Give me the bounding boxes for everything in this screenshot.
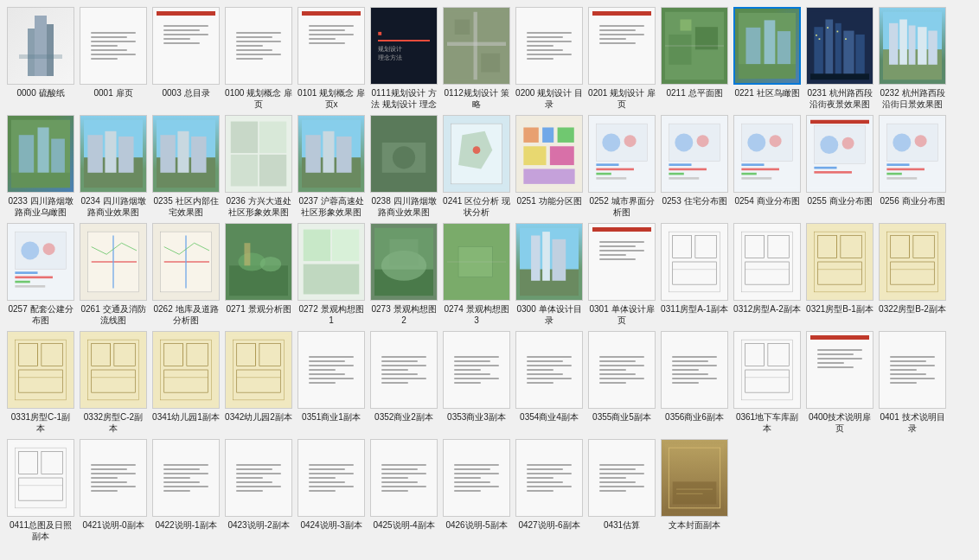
- list-item[interactable]: 0201 规划设计 扉页: [588, 7, 656, 110]
- svg-rect-37: [928, 31, 937, 65]
- list-item[interactable]: 0425说明-4副本: [370, 439, 438, 542]
- svg-rect-52: [191, 137, 206, 173]
- list-item[interactable]: 0300 单体设计目录: [515, 223, 583, 326]
- list-item[interactable]: 0261 交通及消防流线图: [80, 223, 147, 326]
- list-item[interactable]: 0426说明-5副本: [443, 439, 510, 542]
- list-item[interactable]: 0351商业1副本: [298, 331, 365, 434]
- list-item[interactable]: 0254 商业分布图: [733, 115, 801, 218]
- list-item[interactable]: 0274 景观构想图3: [443, 223, 510, 326]
- list-item[interactable]: 0400技术说明扉页: [806, 331, 873, 434]
- list-item[interactable]: 0236 方兴大道处社区形象效果图: [225, 115, 292, 218]
- svg-rect-55: [259, 122, 286, 154]
- list-item[interactable]: 0255 商业分布图: [806, 115, 873, 218]
- list-item[interactable]: 0352商业2副本: [370, 331, 438, 434]
- list-item[interactable]: 0421说明-0副本: [80, 439, 147, 542]
- list-item[interactable]: 0233 四川路烟墩路商业乌瞰图: [7, 115, 74, 218]
- list-item[interactable]: 0361地下车库副本: [733, 331, 801, 434]
- list-item[interactable]: 0100 规划概念 扉页: [225, 7, 292, 110]
- list-item[interactable]: 0234 四川路烟墩路商业效果图: [80, 115, 147, 218]
- list-item[interactable]: 0231 杭州路西段沿街夜景效果图: [806, 7, 873, 110]
- list-item[interactable]: 0322房型B-2副本: [879, 223, 946, 326]
- list-item[interactable]: 0101 规划概念 扉页x: [298, 7, 365, 110]
- svg-rect-73: [558, 127, 574, 142]
- svg-rect-151: [542, 232, 550, 281]
- list-item[interactable]: 0427说明-6副本: [515, 439, 583, 542]
- item-label: 0111规划设计 方法 规划设计 理念: [370, 87, 438, 110]
- svg-rect-107: [814, 171, 852, 174]
- list-item[interactable]: 0422说明-1副本: [152, 439, 220, 542]
- list-item[interactable]: 0257 配套公建分布图: [7, 223, 74, 326]
- item-label: 0332房型C-2副本: [80, 411, 147, 434]
- svg-rect-39: [19, 135, 34, 173]
- list-item[interactable]: 0331房型C-1副本: [7, 331, 74, 434]
- item-label: 0322房型B-2副本: [879, 303, 946, 315]
- list-item[interactable]: 0112规划设计 策略: [443, 7, 510, 110]
- item-label: 0311房型A-1副本: [661, 303, 728, 315]
- item-label: 0112规划设计 策略: [443, 87, 510, 110]
- list-item[interactable]: 0311房型A-1副本: [661, 223, 728, 326]
- list-item[interactable]: 0232 杭州路西段沿街日景效果图: [879, 7, 946, 110]
- list-item[interactable]: 0431估算: [588, 439, 656, 542]
- svg-rect-34: [899, 19, 907, 64]
- item-label: 0274 景观构想图3: [443, 303, 510, 326]
- item-label: 0003 总目录: [152, 87, 220, 99]
- list-item[interactable]: 文本封面副本: [661, 439, 728, 542]
- list-item[interactable]: 0356商业6副本: [661, 331, 728, 434]
- svg-rect-133: [229, 265, 288, 296]
- list-item[interactable]: 0237 沪蓉高速处社区形象效果图: [298, 115, 365, 218]
- svg-rect-8: [481, 54, 500, 73]
- list-item[interactable]: 0221 社区鸟瞰图: [733, 7, 801, 110]
- list-item[interactable]: 0353商业3副本: [443, 331, 510, 434]
- svg-rect-27: [819, 38, 821, 40]
- list-item[interactable]: 0235 社区内部住宅效果图: [152, 115, 220, 218]
- item-label: 0231 杭州路西段沿街夜景效果图: [806, 87, 873, 110]
- list-item[interactable]: 0200 规划设计 目录: [515, 7, 583, 110]
- list-item[interactable]: 0301 单体设计扉页: [588, 223, 656, 326]
- item-label: 0356商业6副本: [661, 411, 728, 423]
- svg-rect-26: [816, 35, 817, 36]
- svg-rect-225: [673, 481, 717, 504]
- item-label: 0300 单体设计目录: [515, 303, 583, 326]
- list-item[interactable]: 0321房型B-1副本: [806, 223, 873, 326]
- list-item[interactable]: 0355商业5副本: [588, 331, 656, 434]
- list-item[interactable]: 0341幼儿园1副本: [152, 331, 220, 434]
- item-label: 0273 景观构想图2: [370, 303, 438, 326]
- list-item[interactable]: 0001 扉页: [80, 7, 147, 110]
- item-label: 0272 景观构想图1: [298, 303, 365, 326]
- item-label: 0200 规划设计 目录: [515, 87, 583, 110]
- list-item[interactable]: 0000 硫酸纸: [7, 7, 74, 110]
- item-label: 0422说明-1副本: [152, 519, 220, 531]
- list-item[interactable]: 0332房型C-2副本: [80, 331, 147, 434]
- list-item[interactable]: 0256 商业分布图: [879, 115, 946, 218]
- svg-rect-41: [51, 139, 65, 173]
- list-item[interactable]: 0253 住宅分布图: [661, 115, 728, 218]
- list-item[interactable]: 0342幼儿园2副本: [225, 331, 292, 434]
- list-item[interactable]: 0312房型A-2副本: [733, 223, 801, 326]
- list-item[interactable]: 0211 总平面图: [661, 7, 728, 110]
- list-item[interactable]: 0241 区位分析 现状分析: [443, 115, 510, 218]
- list-item[interactable]: 0271 景观分析图: [225, 223, 292, 326]
- list-item[interactable]: ■ 规划设计 理念方法 0111规划设计 方法 规划设计 理念: [370, 7, 438, 110]
- svg-rect-122: [15, 281, 29, 283]
- svg-rect-30: [845, 38, 847, 40]
- item-label: 0001 扉页: [80, 87, 147, 99]
- svg-rect-24: [855, 35, 864, 76]
- list-item[interactable]: 0272 景观构想图1: [298, 223, 365, 326]
- list-item[interactable]: 0238 四川路烟墩路商业效果图: [370, 115, 438, 218]
- list-item[interactable]: 0251 功能分区图: [515, 115, 583, 218]
- list-item[interactable]: 0252 城市界面分析图: [588, 115, 656, 218]
- item-label: 0255 商业分布图: [806, 195, 873, 207]
- svg-point-87: [675, 133, 693, 151]
- list-item[interactable]: 0354商业4副本: [515, 331, 583, 434]
- list-item[interactable]: 0003 总目录: [152, 7, 220, 110]
- svg-rect-56: [231, 155, 258, 187]
- svg-rect-1: [28, 29, 35, 76]
- list-item[interactable]: 0423说明-2副本: [225, 439, 292, 542]
- list-item[interactable]: 0411总图及日照副本: [7, 439, 74, 542]
- svg-rect-152: [552, 239, 566, 281]
- list-item[interactable]: 0424说明-3副本: [298, 439, 365, 542]
- list-item[interactable]: 0273 景观构想图2: [370, 223, 438, 326]
- list-item[interactable]: 0401 技术说明目录: [879, 331, 946, 434]
- svg-rect-102: [810, 120, 869, 124]
- list-item[interactable]: 0262 地库及道路分析图: [152, 223, 220, 326]
